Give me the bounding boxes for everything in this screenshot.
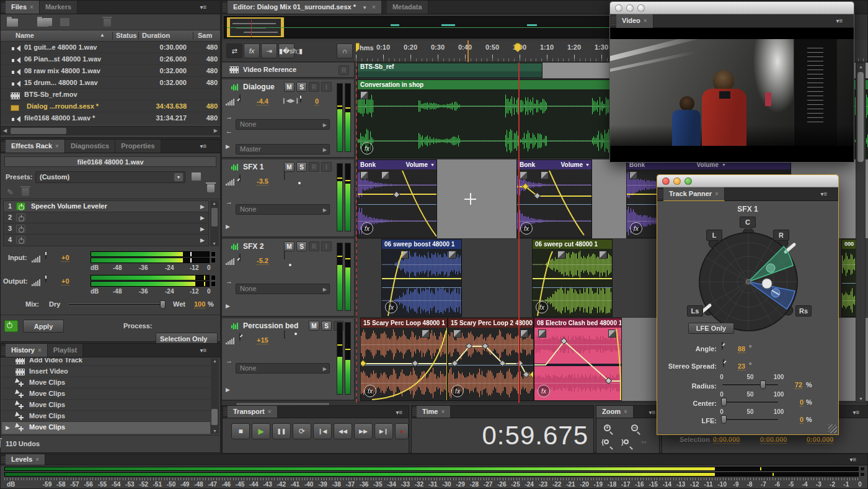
close-window-icon[interactable]: [615, 4, 622, 12]
close-icon[interactable]: ×: [55, 143, 59, 150]
clip-fx-badge[interactable]: fx: [630, 222, 642, 235]
tab-files[interactable]: Files×: [6, 1, 40, 14]
open-file-icon[interactable]: [7, 19, 18, 27]
fade-handle[interactable]: [629, 171, 637, 179]
tab-video[interactable]: Video×: [616, 14, 653, 28]
sfx2-partial-clip[interactable]: 000 1: [841, 239, 857, 317]
col-sample[interactable]: Sam: [198, 32, 212, 39]
fade-handle[interactable]: [557, 251, 565, 259]
zoom-in-selection-icon[interactable]: {: [601, 438, 609, 446]
arm-record-button[interactable]: R: [309, 162, 319, 172]
scroll-thumb[interactable]: [857, 72, 864, 162]
go-to-start-button[interactable]: ❙◀: [313, 423, 332, 439]
clip-fx-badge[interactable]: fx: [385, 301, 397, 313]
input-gain-value[interactable]: +0: [61, 254, 69, 262]
zoom-window-icon[interactable]: [684, 177, 692, 185]
perc-loop-clip-1[interactable]: 15 Scary Perc Loop 48000 1: [360, 318, 448, 401]
surround-panner-icon[interactable]: [284, 251, 285, 259]
clip-fx-badge[interactable]: fx: [364, 385, 376, 397]
pan-knob[interactable]: [300, 94, 301, 103]
tab-diagnostics[interactable]: Diagnostics: [65, 140, 115, 153]
move-tool-button[interactable]: ⇄: [226, 43, 242, 58]
perc-loop-clip-2[interactable]: 15 Scary Perc Loop 2 48000 1: [448, 318, 534, 401]
clip-fx-badge[interactable]: fx: [361, 142, 373, 155]
scroll-down-icon[interactable]: ▼: [859, 397, 863, 401]
tab-zoom[interactable]: Zoom×: [596, 406, 634, 418]
save-preset-icon[interactable]: [192, 173, 201, 181]
solo-button[interactable]: S: [321, 321, 332, 331]
clip-indicator[interactable]: [211, 258, 216, 263]
panel-menu-icon[interactable]: ▾≡: [848, 455, 859, 464]
monitor-button[interactable]: ∩: [337, 43, 353, 58]
scroll-up-icon[interactable]: ▲: [859, 65, 863, 69]
volume-value[interactable]: +15: [257, 336, 268, 344]
presets-dropdown[interactable]: (Custom) ▼: [35, 171, 185, 183]
file-row[interactable]: 01 guit...e 48000 1.wav 0:30.000 480: [1, 42, 220, 53]
close-icon[interactable]: ×: [715, 191, 719, 197]
panel-menu-icon[interactable]: ▾≡: [198, 142, 209, 150]
expand-icon[interactable]: ▶: [200, 215, 205, 221]
scroll-down-icon[interactable]: ▼: [212, 241, 216, 246]
radius-slider-thumb[interactable]: [760, 380, 766, 389]
pause-button[interactable]: ❚❚: [272, 423, 291, 439]
history-item[interactable]: Move Clips: [2, 400, 210, 411]
radius-slider[interactable]: [722, 384, 779, 386]
fade-handle[interactable]: [401, 251, 409, 259]
history-item[interactable]: Add Video Track: [2, 358, 210, 366]
stop-button[interactable]: ■: [231, 423, 250, 439]
selection-start[interactable]: 0:00.000: [713, 436, 740, 444]
video-window-titlebar[interactable]: [610, 2, 854, 14]
fade-handle[interactable]: [360, 171, 368, 179]
scroll-thumb[interactable]: [11, 128, 66, 134]
solo-button[interactable]: S: [296, 241, 307, 251]
tab-levels[interactable]: Levels×: [6, 454, 45, 465]
col-status[interactable]: Status: [116, 32, 137, 39]
tab-track-panner[interactable]: Track Panner×: [663, 187, 725, 201]
rewind-button[interactable]: ◀◀: [334, 423, 352, 439]
effect-slot-1[interactable]: 1 Speech Volume Leveler ▶: [4, 201, 208, 212]
lfe-slider-thumb[interactable]: [721, 415, 727, 424]
effects-vscrollbar[interactable]: ▲ ▼: [210, 200, 219, 246]
clip-fx-badge[interactable]: fx: [361, 222, 373, 235]
loop-playback-button[interactable]: ⟳: [293, 423, 311, 439]
scroll-thumb[interactable]: [211, 409, 218, 425]
clip-indicator[interactable]: [211, 251, 216, 257]
col-duration[interactable]: Duration: [142, 32, 170, 39]
clip-indicator[interactable]: [860, 467, 865, 471]
panel-menu-icon[interactable]: ▾≡: [198, 346, 209, 354]
go-to-end-button[interactable]: ▶❙: [374, 423, 393, 439]
tab-time[interactable]: Time×: [417, 406, 451, 418]
fade-handle[interactable]: [453, 330, 461, 338]
chevron-down-icon[interactable]: ▼: [585, 160, 590, 169]
tab-effects-rack[interactable]: Effects Rack×: [6, 140, 65, 153]
scroll-right-icon[interactable]: ▶: [214, 128, 218, 133]
fade-handle[interactable]: [599, 251, 607, 259]
close-icon[interactable]: ×: [30, 4, 33, 11]
speaker-right-surround[interactable]: Rs: [795, 305, 812, 316]
power-icon[interactable]: [16, 225, 25, 233]
video-window[interactable]: Video× ▾≡: [609, 1, 854, 163]
center-slider[interactable]: [722, 401, 779, 403]
close-icon[interactable]: ×: [35, 456, 39, 463]
chevron-down-icon[interactable]: ▼: [174, 173, 183, 181]
razor-tool-button[interactable]: fx: [244, 43, 260, 58]
track-header-sfx1[interactable]: SFX 1 M S R I -3.5 → None▶ ▶ Read▼: [222, 159, 355, 238]
fade-handle[interactable]: [520, 330, 528, 338]
expand-icon[interactable]: ▶: [200, 226, 205, 232]
track-header-sfx2[interactable]: SFX 2 M S R I -5.2 → None▶ ▶ Read▼: [222, 239, 355, 317]
tab-editor[interactable]: Editor: Dialog Mix 01_surround.sesx * ▼ …: [228, 1, 382, 14]
volume-knob[interactable]: [239, 333, 241, 341]
tab-properties[interactable]: Properties: [115, 140, 161, 153]
track-header-percussion[interactable]: Percussion bed M S R +15 → None▶ ▶ Read▼: [222, 318, 355, 401]
fade-handle[interactable]: [608, 330, 616, 338]
left-channel-puck[interactable]: [766, 264, 775, 272]
history-item[interactable]: Move Clips: [2, 411, 210, 422]
fast-forward-button[interactable]: ▶▶: [354, 423, 373, 439]
electro-clash-clip[interactable]: 08 Electro Clash bed 48000 1: [534, 318, 622, 401]
speaker-right[interactable]: R: [773, 230, 789, 241]
fade-handle[interactable]: [448, 251, 456, 259]
track-header-dialogue[interactable]: Dialogue M S R I -4.4 ❙◀▶❙ 0 → None▶ ← M…: [222, 79, 355, 158]
file-row[interactable]: BTS-Sb_ref.mov: [1, 89, 220, 101]
speaker-center[interactable]: C: [740, 217, 756, 228]
speaker-left-surround[interactable]: Ls: [687, 305, 703, 316]
